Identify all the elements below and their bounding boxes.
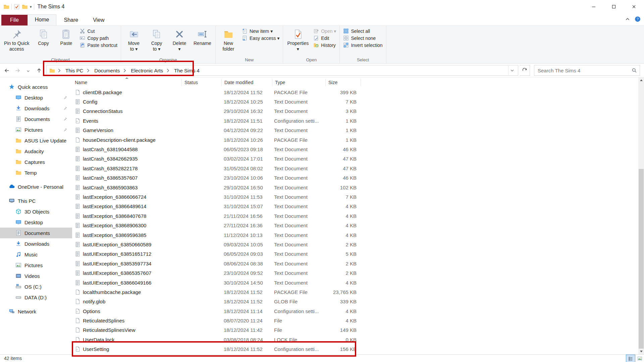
- sidebar-item-temp[interactable]: Temp: [0, 167, 72, 178]
- back-button[interactable]: [2, 66, 11, 75]
- cut-button[interactable]: Cut: [79, 28, 117, 34]
- details-view-button[interactable]: [626, 355, 635, 362]
- sidebar-item-music[interactable]: Music: [0, 249, 72, 260]
- close-button[interactable]: [624, 0, 644, 13]
- file-row-reticulatedsplinesview[interactable]: ReticulatedSplinesView18/12/2024 11:42Fi…: [72, 325, 644, 335]
- move-to-button[interactable]: Moveto ▾: [122, 27, 145, 53]
- new-folder-qat-icon[interactable]: [22, 4, 28, 10]
- new-item-button[interactable]: New item ▾: [242, 28, 280, 34]
- breadcrumb-item-the-sims-4[interactable]: The Sims 4: [172, 68, 202, 73]
- paste-shortcut-button[interactable]: Paste shortcut: [79, 42, 117, 48]
- file-row-userdata-lock[interactable]: UserData.lock03/08/2018 08:24LOCK File0 …: [72, 335, 644, 344]
- sidebar-item-onedrive-personal[interactable]: OneDrive - Personal: [0, 181, 72, 192]
- file-row-lastcrash-63819044588[interactable]: lastCrash_6381904458806/05/2023 09:18Tex…: [72, 144, 644, 154]
- breadcrumb-chevron-icon[interactable]: [85, 68, 91, 73]
- copy-button[interactable]: Copy: [32, 27, 55, 48]
- scrollbar-thumb[interactable]: [639, 169, 644, 349]
- file-row-lastcrash-63842662935[interactable]: lastCrash_6384266293503/02/2024 17:01Tex…: [72, 154, 644, 164]
- paste-button[interactable]: Paste: [55, 27, 77, 48]
- breadcrumb-item-documents[interactable]: Documents: [92, 68, 122, 73]
- sidebar-item-3d-objects[interactable]: 3D Objects: [0, 206, 72, 217]
- search-input[interactable]: [537, 67, 632, 74]
- file-row-localthumbcache-package[interactable]: localthumbcache.package18/12/2024 11:52P…: [72, 287, 644, 297]
- up-button[interactable]: [34, 66, 44, 75]
- sidebar-item-desktop[interactable]: Desktop: [0, 217, 72, 228]
- file-row-config[interactable]: Config18/12/2024 10:25Text Document7 KB: [72, 97, 644, 106]
- help-icon[interactable]: ?: [635, 16, 641, 22]
- tab-share[interactable]: Share: [56, 15, 86, 25]
- collapse-ribbon-icon[interactable]: [625, 16, 631, 22]
- breadcrumb-item-this-pc[interactable]: This PC: [63, 68, 85, 73]
- file-row-lastuiexception-63850660589[interactable]: lastUIException_6385066058909/03/2024 10…: [72, 240, 644, 249]
- refresh-button[interactable]: [520, 65, 530, 76]
- column-header-name[interactable]: Name: [72, 79, 182, 86]
- sidebar-item-pictures[interactable]: Pictures: [0, 260, 72, 270]
- pin-to-quick-access-button[interactable]: Pin to Quickaccess: [1, 27, 32, 53]
- file-row-reticulatedsplines[interactable]: ReticulatedSplines08/07/2020 11:24File4 …: [72, 316, 644, 325]
- file-row-lastexception-63869596385[interactable]: lastException_6386959638511/12/2024 10:1…: [72, 230, 644, 240]
- rename-button[interactable]: Rename: [191, 27, 214, 48]
- file-row-lastuiexception-63851651712[interactable]: lastUIException_6385165171206/05/2024 09…: [72, 249, 644, 259]
- sidebar-item-data-d-[interactable]: DATA (D:): [0, 292, 72, 303]
- easy-access-button[interactable]: Easy access ▾: [242, 35, 280, 41]
- properties-button[interactable]: Properties▾: [284, 27, 311, 53]
- sidebar-item-pictures[interactable]: Pictures: [0, 124, 72, 135]
- scroll-up-arrow[interactable]: [638, 77, 644, 83]
- file-row-usersetting[interactable]: UserSetting18/12/2024 11:52Configuration…: [72, 345, 644, 354]
- scroll-down-arrow[interactable]: [638, 349, 644, 354]
- column-header-status[interactable]: Status: [182, 79, 222, 86]
- qat-customize-caret-icon[interactable]: ▾: [30, 5, 32, 9]
- file-row-lastuiexception-63865357607[interactable]: lastUIException_6386535760723/10/2024 09…: [72, 268, 644, 278]
- file-row-connectionstatus[interactable]: ConnectionStatus29/10/2024 16:32Text Doc…: [72, 107, 644, 116]
- delete-button[interactable]: Delete▾: [168, 27, 191, 53]
- invert-selection-button[interactable]: Invert selection: [343, 42, 382, 48]
- file-row-lastuiexception-63853597734[interactable]: lastUIException_6385359773408/06/2024 08…: [72, 259, 644, 268]
- file-row-options[interactable]: Options18/12/2024 11:14Configuration set…: [72, 306, 644, 316]
- file-row-lastuiexception-63866049166[interactable]: lastUIException_6386604916630/10/2024 14…: [72, 278, 644, 287]
- file-row-lastexception-63866066724[interactable]: lastException_6386606672431/10/2024 11:5…: [72, 192, 644, 201]
- sidebar-item-network[interactable]: Network: [0, 306, 72, 317]
- sidebar-item-documents[interactable]: Documents: [0, 114, 72, 124]
- file-row-gameversion[interactable]: GameVersion04/12/2024 09:22Text Document…: [72, 126, 644, 135]
- properties-check-icon[interactable]: [14, 4, 20, 10]
- breadcrumb-chevron-icon[interactable]: [165, 68, 171, 73]
- recent-locations-button[interactable]: [23, 66, 33, 75]
- copy-path-button[interactable]: Copy path: [79, 35, 117, 41]
- breadcrumb[interactable]: This PCDocumentsElectronic ArtsThe Sims …: [46, 65, 518, 76]
- edit-button[interactable]: Edit: [313, 35, 336, 41]
- sidebar-item-audacity[interactable]: Audacity: [0, 146, 72, 157]
- column-header-date[interactable]: Date modified: [222, 79, 272, 86]
- forward-button[interactable]: [13, 66, 22, 75]
- sidebar-item-desktop[interactable]: Desktop: [0, 92, 72, 103]
- file-row-events[interactable]: Events18/12/2024 11:51Configuration sett…: [72, 116, 644, 125]
- search-icon[interactable]: [632, 68, 637, 73]
- select-all-button[interactable]: Select all: [343, 28, 382, 34]
- vertical-scrollbar[interactable]: [638, 77, 644, 354]
- file-row-lastcrash-63865903863[interactable]: lastCrash_6386590386329/10/2024 16:50Tex…: [72, 183, 644, 192]
- maximize-button[interactable]: [604, 0, 624, 13]
- open-button[interactable]: Open ▾: [313, 28, 336, 34]
- file-row-lastexception-63866489614[interactable]: lastException_6386648961431/10/2024 15:0…: [72, 202, 644, 211]
- sidebar-item-downloads[interactable]: Downloads: [0, 238, 72, 249]
- file-row-lastexception-63868407678[interactable]: lastException_6386840767821/11/2024 16:5…: [72, 211, 644, 221]
- history-button[interactable]: History: [313, 42, 336, 48]
- file-row-lastcrash-63865357607[interactable]: lastCrash_6386535760723/10/2024 10:06Tex…: [72, 173, 644, 183]
- new-folder-button[interactable]: Newfolder: [217, 27, 240, 53]
- sidebar-item-asus-live-update[interactable]: ASUS Live Update: [0, 135, 72, 146]
- file-row-lastcrash-63852822178[interactable]: lastCrash_6385282217831/05/2024 08:02Tex…: [72, 164, 644, 173]
- breadcrumb-chevron-icon[interactable]: [122, 68, 127, 73]
- sidebar-item-captures[interactable]: Captures: [0, 157, 72, 167]
- breadcrumb-chevron-icon[interactable]: [56, 68, 62, 73]
- file-row-lastexception-63868906300[interactable]: lastException_6386890630027/11/2024 16:3…: [72, 221, 644, 230]
- sidebar-item-os-c-[interactable]: OS (C:): [0, 281, 72, 292]
- column-header-type[interactable]: Type: [272, 79, 326, 86]
- select-none-button[interactable]: Select none: [343, 35, 382, 41]
- copy-to-button[interactable]: Copyto ▾: [145, 27, 168, 53]
- sidebar-item-documents[interactable]: Documents: [0, 228, 72, 238]
- column-header-size[interactable]: Size: [326, 79, 361, 86]
- minimize-button[interactable]: [584, 0, 604, 13]
- breadcrumb-item-electronic-arts[interactable]: Electronic Arts: [129, 68, 165, 73]
- file-row-housedescription-client-package[interactable]: houseDescription-client.package18/12/202…: [72, 135, 644, 144]
- sidebar-item-downloads[interactable]: Downloads: [0, 103, 72, 114]
- sidebar-item-quick-access[interactable]: Quick access: [0, 81, 72, 92]
